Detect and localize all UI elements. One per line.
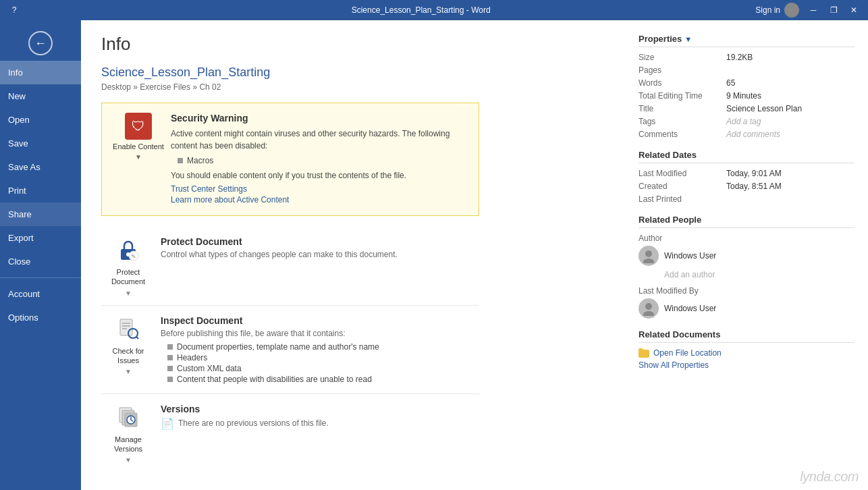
check-for-issues-label: Check for Issues: [101, 346, 155, 366]
sidebar: ← Info New Open Save Save As Print Share…: [0, 20, 81, 490]
comments-row: Comments Add comments: [639, 130, 855, 139]
close-window-button[interactable]: ✕: [845, 3, 863, 17]
sidebar-item-options[interactable]: Options: [0, 306, 81, 329]
back-circle-icon: ←: [28, 31, 53, 55]
svg-point-16: [645, 303, 652, 310]
sidebar-item-share[interactable]: Share: [0, 202, 81, 226]
sidebar-item-save-as[interactable]: Save As: [0, 155, 81, 179]
shield-icon: 🛡: [125, 113, 152, 140]
security-warning-title: Security Warning: [171, 113, 469, 124]
list-item: Content that people with disabilities ar…: [167, 375, 479, 384]
show-all-properties-link[interactable]: Show All Properties: [639, 360, 855, 370]
last-modified-avatar: [639, 298, 659, 319]
properties-panel: Properties ▼ Size 19.2KB Pages Words 65 …: [639, 20, 868, 490]
sidebar-divider: [0, 277, 81, 278]
document-title: Science_Lesson_Plan_Starting: [101, 65, 618, 80]
protect-dropdown[interactable]: ▼: [125, 290, 132, 297]
manage-versions-label: Manage Versions: [101, 435, 155, 454]
enable-content-label: Enable Content: [113, 142, 164, 151]
lock-icon: ✎: [113, 235, 143, 265]
bullet-icon: [167, 377, 173, 382]
total-editing-label: Total Editing Time: [639, 91, 726, 101]
last-modified-label: Last Modified: [639, 169, 726, 178]
trust-center-link[interactable]: Trust Center Settings: [171, 184, 469, 194]
sidebar-item-save[interactable]: Save: [0, 132, 81, 155]
related-people-section: Related People Author Windows User Add a…: [639, 215, 855, 319]
title-value: Science Lesson Plan: [726, 104, 802, 113]
signin-avatar: [784, 3, 799, 18]
minimize-button[interactable]: ─: [805, 3, 822, 17]
related-dates-title: Related Dates: [639, 150, 855, 163]
tags-label: Tags: [639, 117, 726, 126]
versions-heading: Versions: [161, 404, 479, 414]
versions-content: Versions 📄 There are no previous version…: [155, 402, 479, 430]
security-warning-list: Macros: [171, 156, 469, 165]
created-row: Created Today, 8:51 AM: [639, 182, 855, 191]
sidebar-item-account[interactable]: Account: [0, 282, 81, 306]
created-label: Created: [639, 182, 726, 191]
security-warning-note: You should enable content only if you tr…: [171, 171, 469, 180]
list-item: Document properties, template name and a…: [167, 342, 479, 352]
folder-icon: [639, 348, 649, 358]
sidebar-item-export[interactable]: Export: [0, 226, 81, 250]
security-warning-content: Security Warning Active content might co…: [165, 113, 469, 206]
protect-doc-label: Protect Document: [101, 267, 155, 287]
last-modified-value: Today, 9:01 AM: [726, 169, 782, 178]
content-area: Info Science_Lesson_Plan_Starting Deskto…: [81, 20, 639, 490]
list-item: Macros: [178, 156, 469, 165]
properties-expand[interactable]: ▼: [684, 35, 692, 43]
protect-doc-heading: Protect Document: [161, 236, 479, 247]
author-row: Windows User: [639, 246, 855, 266]
sidebar-item-open[interactable]: Open: [0, 108, 81, 132]
signin-label[interactable]: Sign in: [755, 5, 780, 15]
pages-row: Pages: [639, 65, 855, 75]
size-value: 19.2KB: [726, 53, 753, 62]
author-avatar: [639, 246, 659, 266]
author-row-header: Author: [639, 234, 855, 243]
title-label: Title: [639, 104, 726, 113]
comments-label: Comments: [639, 130, 726, 139]
comments-value[interactable]: Add comments: [726, 130, 780, 139]
versions-dropdown[interactable]: ▼: [125, 456, 132, 464]
sidebar-item-print[interactable]: Print: [0, 179, 81, 202]
titlebar: ? Science_Lesson_Plan_Starting - Word Si…: [0, 0, 868, 20]
svg-line-9: [136, 337, 138, 339]
sidebar-item-new[interactable]: New: [0, 84, 81, 108]
open-file-location-item[interactable]: Open File Location: [639, 348, 855, 358]
restore-button[interactable]: ❐: [825, 3, 842, 17]
words-value: 65: [726, 78, 735, 88]
bullet-icon: [167, 344, 173, 350]
versions-icon-area: Manage Versions ▼: [101, 402, 155, 464]
inspect-doc-list: Document properties, template name and a…: [161, 342, 479, 384]
inspect-icon-area: Check for Issues ▼: [101, 314, 155, 376]
enable-content-dropdown[interactable]: ▼: [135, 153, 142, 161]
security-warning-box: 🛡 Enable Content ▼ Security Warning Acti…: [101, 103, 479, 216]
last-modified-by-label: Last Modified By: [639, 286, 726, 296]
back-button[interactable]: ←: [0, 26, 81, 61]
add-author-link[interactable]: Add an author: [639, 270, 855, 279]
enable-content-area: 🛡 Enable Content ▼: [111, 113, 165, 161]
inspect-doc-icon: [113, 314, 143, 344]
learn-more-link[interactable]: Learn more about Active Content: [171, 195, 469, 205]
protect-doc-description: Control what types of changes people can…: [161, 250, 479, 259]
check-dropdown[interactable]: ▼: [125, 368, 132, 375]
last-modified-row: Last Modified Today, 9:01 AM: [639, 169, 855, 178]
words-row: Words 65: [639, 78, 855, 88]
sidebar-item-close[interactable]: Close: [0, 250, 81, 273]
help-button[interactable]: ?: [5, 3, 23, 17]
size-row: Size 19.2KB: [639, 53, 855, 62]
created-value: Today, 8:51 AM: [726, 182, 782, 191]
inspect-doc-description: Before publishing this file, be aware th…: [161, 329, 479, 338]
breadcrumb: Desktop » Exercise Files » Ch 02: [101, 82, 618, 92]
list-item: Custom XML data: [167, 364, 479, 373]
svg-text:✎: ✎: [131, 253, 136, 260]
related-docs-title: Related Documents: [639, 329, 855, 343]
versions-section: Manage Versions ▼ Versions 📄 There are n…: [101, 394, 479, 472]
open-location-link[interactable]: Open File Location: [653, 348, 722, 358]
inspect-doc-heading: Inspect Document: [161, 315, 479, 326]
sidebar-item-info[interactable]: Info: [0, 61, 81, 84]
pages-label: Pages: [639, 65, 726, 75]
tags-value[interactable]: Add a tag: [726, 117, 761, 126]
last-modified-by-name: Windows User: [664, 304, 716, 313]
svg-point-15: [643, 258, 654, 263]
